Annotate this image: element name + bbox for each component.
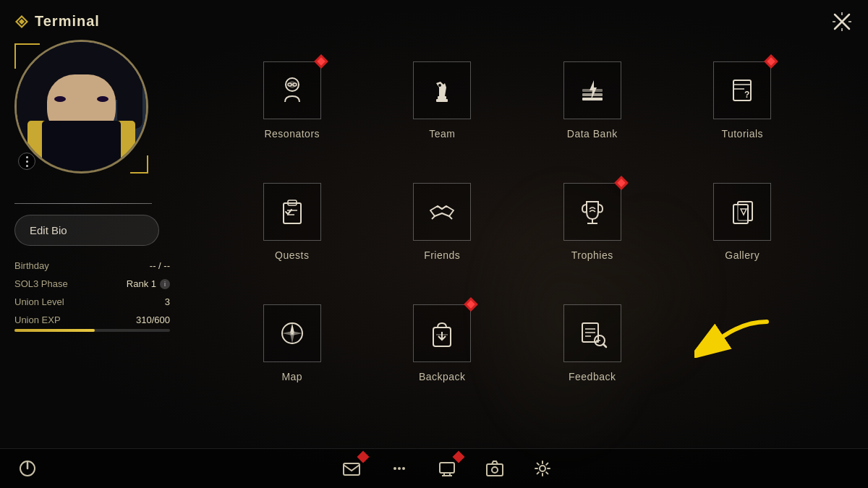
svg-point-62 (492, 467, 498, 473)
svg-point-56 (402, 467, 405, 470)
svg-point-55 (398, 467, 401, 470)
three-dots-icon (26, 156, 28, 167)
avatar (14, 40, 148, 174)
avatar-eye-right (97, 96, 109, 102)
mail-button[interactable] (339, 455, 365, 481)
avatar-eyes (54, 96, 109, 102)
gallery-icon (726, 196, 758, 228)
avatar-face (17, 42, 146, 171)
avatar-divider (14, 203, 152, 204)
left-panel: Edit Bio Birthday -- / -- SOL3 Phase Ran… (14, 40, 170, 332)
menu-item-friends[interactable]: Friends (367, 172, 518, 272)
stats-section: Birthday -- / -- SOL3 Phase Rank 1 i Uni… (14, 260, 170, 307)
empty-slot (668, 294, 818, 393)
menu-item-trophies[interactable]: Trophies (517, 172, 668, 272)
exp-bar-container (14, 329, 170, 332)
info-icon[interactable]: i (160, 279, 170, 289)
map-icon-box (263, 304, 321, 362)
feedback-icon (576, 317, 608, 349)
union-exp-row: Union EXP 310/600 (14, 314, 170, 325)
exp-bar-fill (14, 329, 95, 332)
avatar-options-button[interactable] (18, 153, 35, 170)
menu-dots-button[interactable] (386, 455, 412, 481)
gallery-label: Gallery (725, 249, 760, 261)
bottom-left (14, 455, 41, 481)
birthday-value: -- / -- (150, 260, 170, 271)
feedback-icon-box (563, 304, 621, 362)
edit-bio-button[interactable]: Edit Bio (14, 215, 159, 246)
union-level-row: Union Level 3 (14, 296, 170, 307)
trophies-icon-box (563, 183, 621, 241)
svg-point-54 (393, 467, 396, 470)
bottom-center (41, 455, 854, 481)
friends-label: Friends (424, 249, 460, 261)
feedback-label: Feedback (569, 371, 616, 382)
settings-button[interactable] (529, 455, 556, 481)
app-title: Terminal (35, 13, 100, 30)
gallery-icon-box (713, 183, 771, 241)
svg-rect-57 (440, 463, 454, 473)
menu-item-map[interactable]: Map (217, 294, 367, 393)
quests-icon (276, 196, 308, 228)
resonators-icon-box (263, 61, 321, 119)
avatar-eye-left (54, 96, 66, 102)
backpack-icon-box (413, 304, 471, 362)
tutorials-label: Tutorials (721, 128, 763, 140)
trophies-badge (614, 176, 629, 190)
menu-item-quests[interactable]: Quests (217, 172, 367, 272)
union-level-label: Union Level (14, 296, 64, 307)
avatar-coat-inner (42, 121, 121, 171)
svg-point-16 (438, 84, 441, 87)
map-label: Map (281, 371, 302, 382)
birthday-row: Birthday -- / -- (14, 260, 170, 271)
tutorials-badge (764, 54, 778, 69)
friends-icon (426, 196, 458, 228)
quests-icon-box (263, 183, 321, 241)
camera-button[interactable] (482, 455, 508, 481)
union-exp-section: Union EXP 310/600 (14, 314, 170, 332)
avatar-corner-br (130, 155, 148, 174)
menu-item-tutorials[interactable]: ? Tutorials (668, 51, 818, 150)
sol3-row: SOL3 Phase Rank 1 i (14, 278, 170, 289)
friends-icon-box (413, 183, 471, 241)
data-bank-icon (576, 74, 608, 106)
avatar-hair-right (117, 56, 142, 129)
tutorials-icon-box: ? (713, 61, 771, 119)
menu-item-feedback[interactable]: Feedback (517, 294, 668, 393)
mail-icon (341, 458, 362, 479)
close-button[interactable] (830, 12, 854, 35)
terminal-header: Terminal (14, 13, 100, 30)
menu-item-gallery[interactable]: Gallery (668, 172, 818, 272)
close-icon (832, 12, 852, 35)
backpack-badge (464, 297, 478, 312)
avatar-container (14, 40, 156, 192)
bottom-bar (0, 448, 868, 488)
svg-rect-14 (436, 99, 448, 102)
menu-item-data-bank[interactable]: Data Bank (517, 51, 668, 150)
svg-marker-37 (282, 331, 292, 335)
svg-rect-19 (582, 98, 603, 100)
system-icon (437, 458, 457, 479)
resonators-label: Resonators (264, 128, 320, 140)
camera-icon (485, 458, 505, 479)
main-menu: Resonators Team (203, 43, 832, 401)
birthday-label: Birthday (14, 260, 49, 271)
svg-marker-38 (292, 331, 302, 335)
backpack-label: Backpack (419, 371, 466, 382)
menu-item-backpack[interactable]: Backpack (367, 294, 518, 393)
data-bank-icon-box (563, 61, 621, 119)
power-button[interactable] (14, 455, 41, 481)
svg-rect-31 (733, 205, 748, 223)
union-exp-label: Union EXP (14, 314, 61, 325)
sol3-label: SOL3 Phase (14, 278, 68, 289)
menu-item-team[interactable]: Team (367, 51, 518, 150)
map-icon (276, 317, 308, 349)
system-button[interactable] (434, 455, 460, 481)
trophies-label: Trophies (571, 249, 613, 261)
svg-text:?: ? (744, 90, 749, 100)
sol3-value: Rank 1 i (127, 278, 170, 289)
menu-item-resonators[interactable]: Resonators (217, 51, 367, 150)
team-icon (426, 74, 458, 106)
team-label: Team (429, 128, 455, 140)
resonators-badge (314, 54, 328, 69)
